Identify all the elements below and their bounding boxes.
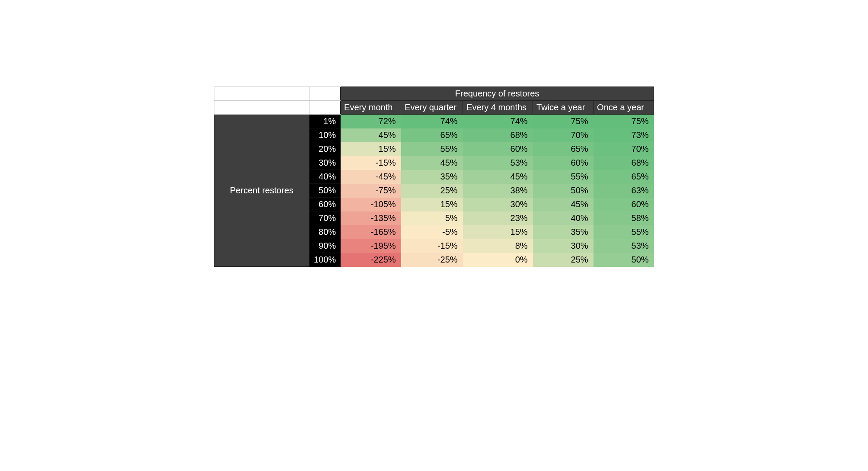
heatmap-cell: 55% bbox=[594, 225, 654, 239]
blank-cell bbox=[309, 87, 340, 101]
heatmap-cell: 74% bbox=[463, 115, 533, 128]
heatmap-cell: 0% bbox=[463, 253, 533, 267]
heatmap-cell: 15% bbox=[463, 225, 533, 239]
heatmap-table: Frequency of restores Every month Every … bbox=[214, 87, 654, 267]
heatmap-cell: 30% bbox=[463, 198, 533, 211]
heatmap-cell: 38% bbox=[463, 184, 533, 198]
heatmap-cell: 45% bbox=[463, 170, 533, 184]
row-header: 50% bbox=[309, 184, 340, 198]
row-header: 80% bbox=[309, 225, 340, 239]
heatmap-cell: 35% bbox=[401, 170, 463, 184]
row-header: 10% bbox=[309, 128, 340, 142]
heatmap-cell: 73% bbox=[594, 128, 654, 142]
heatmap-cell: -15% bbox=[341, 156, 401, 170]
row-axis-label: Percent restores bbox=[214, 115, 309, 267]
heatmap-cell: 53% bbox=[463, 156, 533, 170]
heatmap-cell: -5% bbox=[401, 225, 463, 239]
heatmap-cell: 25% bbox=[401, 184, 463, 198]
row-header: 40% bbox=[309, 170, 340, 184]
row-header: 1% bbox=[309, 115, 340, 128]
heatmap-cell: 45% bbox=[341, 128, 401, 142]
heatmap-cell: 55% bbox=[401, 142, 463, 156]
heatmap-cell: 72% bbox=[341, 115, 401, 128]
heatmap-cell: -105% bbox=[341, 198, 401, 211]
heatmap-cell: 65% bbox=[594, 170, 654, 184]
heatmap-cell: -25% bbox=[401, 253, 463, 267]
row-header: 60% bbox=[309, 198, 340, 211]
heatmap-cell: 15% bbox=[401, 198, 463, 211]
heatmap-cell: -15% bbox=[401, 239, 463, 253]
heatmap-cell: 65% bbox=[401, 128, 463, 142]
blank-cell bbox=[214, 87, 309, 101]
heatmap-cell: 45% bbox=[533, 198, 594, 211]
row-header: 20% bbox=[309, 142, 340, 156]
heatmap-cell: 8% bbox=[463, 239, 533, 253]
heatmap-cell: -225% bbox=[341, 253, 401, 267]
heatmap-cell: 25% bbox=[533, 253, 594, 267]
heatmap-cell: 68% bbox=[594, 156, 654, 170]
heatmap-cell: 65% bbox=[533, 142, 594, 156]
heatmap-cell: -195% bbox=[341, 239, 401, 253]
heatmap-cell: 5% bbox=[401, 211, 463, 225]
row-header: 30% bbox=[309, 156, 340, 170]
column-header: Every month bbox=[341, 101, 401, 115]
heatmap-cell: 60% bbox=[533, 156, 594, 170]
blank-cell bbox=[214, 101, 309, 115]
heatmap-cell: -45% bbox=[341, 170, 401, 184]
heatmap-cell: 68% bbox=[463, 128, 533, 142]
heatmap-cell: 75% bbox=[594, 115, 654, 128]
heatmap-cell: 30% bbox=[533, 239, 594, 253]
heatmap-cell: 60% bbox=[463, 142, 533, 156]
heatmap-cell: -135% bbox=[341, 211, 401, 225]
table-row: Percent restores1%72%74%74%75%75% bbox=[214, 115, 654, 128]
heatmap-cell: 55% bbox=[533, 170, 594, 184]
heatmap-cell: 50% bbox=[533, 184, 594, 198]
row-header: 90% bbox=[309, 239, 340, 253]
heatmap-cell: 23% bbox=[463, 211, 533, 225]
heatmap-cell: 40% bbox=[533, 211, 594, 225]
chart-title: Frequency of restores bbox=[341, 87, 654, 101]
heatmap-cell: 74% bbox=[401, 115, 463, 128]
column-header: Once a year bbox=[594, 101, 654, 115]
column-header: Every quarter bbox=[401, 101, 463, 115]
heatmap-cell: 50% bbox=[594, 253, 654, 267]
heatmap-cell: 58% bbox=[594, 211, 654, 225]
heatmap-cell: 60% bbox=[594, 198, 654, 211]
heatmap-cell: -165% bbox=[341, 225, 401, 239]
column-header: Every 4 months bbox=[463, 101, 533, 115]
heatmap-cell: 45% bbox=[401, 156, 463, 170]
heatmap-cell: 53% bbox=[594, 239, 654, 253]
row-header: 70% bbox=[309, 211, 340, 225]
heatmap-cell: 70% bbox=[594, 142, 654, 156]
heatmap-cell: 15% bbox=[341, 142, 401, 156]
heatmap-cell: -75% bbox=[341, 184, 401, 198]
row-header: 100% bbox=[309, 253, 340, 267]
heatmap-cell: 35% bbox=[533, 225, 594, 239]
blank-cell bbox=[309, 101, 340, 115]
heatmap-cell: 63% bbox=[594, 184, 654, 198]
heatmap-cell: 70% bbox=[533, 128, 594, 142]
heatmap-cell: 75% bbox=[533, 115, 594, 128]
column-header: Twice a year bbox=[533, 101, 594, 115]
